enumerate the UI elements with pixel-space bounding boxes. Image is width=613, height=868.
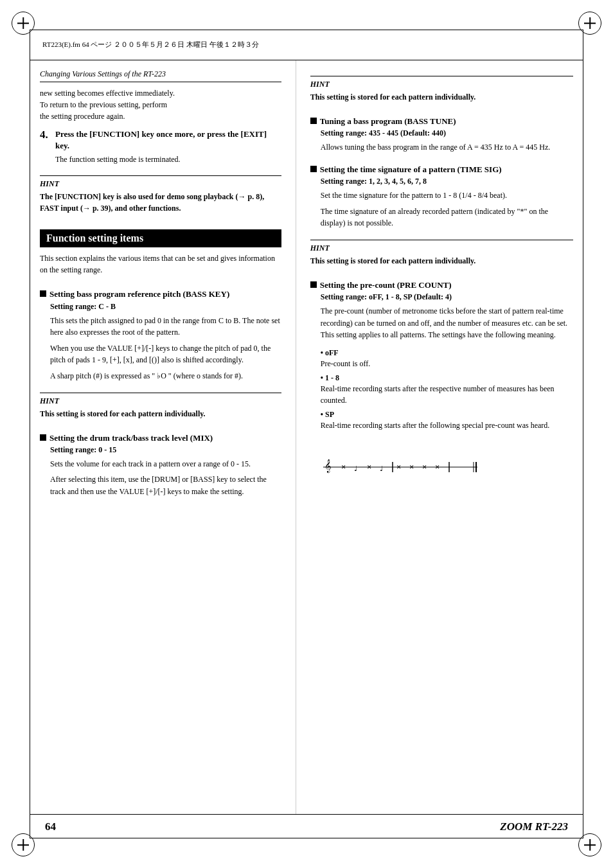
- bass-key-title: Setting bass program reference pitch (BA…: [49, 288, 229, 300]
- step-4: 4. Press the [FUNCTION] key once more, o…: [40, 128, 281, 165]
- bass-tune-icon: [310, 118, 317, 124]
- hint-1-title: HINT: [40, 179, 281, 189]
- drum-mix-icon: [40, 434, 46, 441]
- header: RT223(E).fm 64 ページ ２００５年５月２６日 木曜日 午後１２時３…: [30, 30, 583, 60]
- hint-3-title: HINT: [310, 80, 573, 89]
- svg-text:♩: ♩: [380, 465, 383, 472]
- svg-text:×: ×: [341, 462, 346, 472]
- time-sig-heading: Setting the time signature of a pattern …: [310, 164, 573, 175]
- drum-mix-range: Setting range: 0 - 15: [50, 445, 281, 455]
- hint-4-text: This setting is stored for each pattern …: [310, 255, 573, 267]
- file-info: RT223(E).fm 64 ページ ２００５年５月２６日 木曜日 午後１２時３…: [42, 40, 259, 49]
- bass-key-heading: Setting bass program reference pitch (BA…: [40, 288, 281, 300]
- page-number: 64: [45, 820, 56, 833]
- bass-tune-range: Setting range: 435 - 445 (Default: 440): [321, 128, 573, 138]
- bullet-off: • oFF Pre-count is off.: [321, 348, 573, 369]
- pre-count-range: Setting range: oFF, 1 - 8, SP (Default: …: [321, 292, 573, 302]
- intro-text: new setting becomes effective immediatel…: [40, 87, 281, 122]
- svg-text:𝄞: 𝄞: [324, 459, 332, 474]
- bullet-sp: • SP Real-time recording starts after th…: [321, 410, 573, 431]
- svg-text:×: ×: [367, 462, 371, 472]
- hint-1: HINT The [FUNCTION] key is also used for…: [40, 175, 281, 214]
- drum-mix-body2: After selecting this item, use the [DRUM…: [50, 474, 281, 497]
- pre-count-body: The pre-count (number of metronome ticks…: [321, 305, 573, 341]
- intro-line3: the setting procedure again.: [40, 112, 125, 121]
- hint-2: HINT This setting is stored for each pat…: [40, 393, 281, 420]
- bass-tune-heading: Tuning a bass program (BASS TUNE): [310, 116, 573, 127]
- hint-4-title: HINT: [310, 244, 573, 253]
- hint-4: HINT This setting is stored for each pat…: [310, 240, 573, 267]
- svg-text:×: ×: [422, 462, 427, 472]
- bullet-1-8: • 1 - 8 Real-time recording starts after…: [321, 373, 573, 406]
- bass-key-body2: When you use the VALUE [+]/[-] keys to c…: [50, 342, 281, 366]
- bullet-1-8-label: • 1 - 8: [321, 373, 339, 382]
- bass-tune-body: Allows tuning the bass program in the ra…: [321, 141, 573, 154]
- time-sig-icon: [310, 166, 317, 172]
- drum-mix-title: Setting the drum track/bass track level …: [49, 432, 213, 444]
- bass-key-range: Setting range: C - B: [50, 302, 281, 312]
- bass-key-icon: [40, 290, 46, 297]
- page: RT223(E).fm 64 ページ ２００５年５月２６日 木曜日 午後１２時３…: [0, 0, 613, 868]
- step-4-number: 4.: [40, 128, 51, 141]
- svg-text:×: ×: [409, 462, 414, 472]
- time-sig-title: Setting the time signature of a pattern …: [320, 164, 502, 175]
- pre-count-icon: [310, 281, 317, 288]
- rhythm-diagram: 𝄞 × ♩ × ♩ × × × ×: [317, 448, 484, 483]
- chapter-title: Changing Various Settings of the RT-223: [40, 69, 281, 82]
- svg-text:×: ×: [396, 462, 401, 472]
- hint-2-title: HINT: [40, 396, 281, 406]
- bullet-1-8-desc: Real-time recording starts after the res…: [321, 383, 573, 406]
- hint-2-text: This setting is stored for each pattern …: [40, 408, 281, 420]
- left-column: Changing Various Settings of the RT-223 …: [30, 60, 296, 814]
- pre-count-bullets: • oFF Pre-count is off. • 1 - 8 Real-tim…: [321, 348, 573, 435]
- time-sig-body2: The time signature of an already recorde…: [321, 206, 573, 229]
- svg-text:♩: ♩: [354, 465, 357, 472]
- hint-1-text: The [FUNCTION] key is also used for demo…: [40, 191, 281, 214]
- pre-count-heading: Setting the pre-count (PRE COUNT): [310, 279, 573, 291]
- svg-text:×: ×: [435, 462, 440, 472]
- bullet-off-label: • oFF: [321, 348, 339, 357]
- bass-key-body1: This sets the pitch assigned to pad 0 in…: [50, 315, 281, 339]
- hint-3-text: This setting is stored for each pattern …: [310, 91, 573, 103]
- bass-key-body3: A sharp pitch (#) is expressed as " ♭O "…: [50, 370, 281, 382]
- bullet-off-desc: Pre-count is off.: [321, 358, 573, 369]
- rhythm-diagram-container: 𝄞 × ♩ × ♩ × × × ×: [317, 448, 573, 486]
- intro-line2: To return to the previous setting, perfo…: [40, 100, 167, 109]
- footer: 64 ZOOM RT-223: [30, 814, 583, 838]
- drum-mix-heading: Setting the drum track/bass track level …: [40, 432, 281, 444]
- function-section-header: Function setting items: [40, 229, 281, 247]
- bullet-sp-desc: Real-time recording starts after the fol…: [321, 420, 573, 431]
- pre-count-title: Setting the pre-count (PRE COUNT): [320, 279, 452, 291]
- time-sig-body1: Set the time signature for the pattern t…: [321, 190, 573, 202]
- function-section-intro: This section explains the various items …: [40, 252, 281, 276]
- right-column: HINT This setting is stored for each pat…: [296, 60, 583, 814]
- function-section-title: Function setting items: [46, 233, 143, 244]
- bullet-sp-label: • SP: [321, 410, 334, 419]
- drum-mix-body1: Sets the volume for each track in a patt…: [50, 458, 281, 470]
- step-4-sub: The function setting mode is terminated.: [55, 154, 281, 165]
- time-sig-range: Setting range: 1, 2, 3, 4, 5, 6, 7, 8: [321, 177, 573, 186]
- brand-name: ZOOM RT-223: [500, 820, 568, 833]
- bass-tune-title: Tuning a bass program (BASS TUNE): [320, 116, 456, 127]
- intro-line1: new setting becomes effective immediatel…: [40, 89, 175, 98]
- content-area: Changing Various Settings of the RT-223 …: [30, 60, 583, 814]
- hint-3: HINT This setting is stored for each pat…: [310, 76, 573, 103]
- step-4-text: Press the [FUNCTION] key once more, or p…: [55, 128, 281, 152]
